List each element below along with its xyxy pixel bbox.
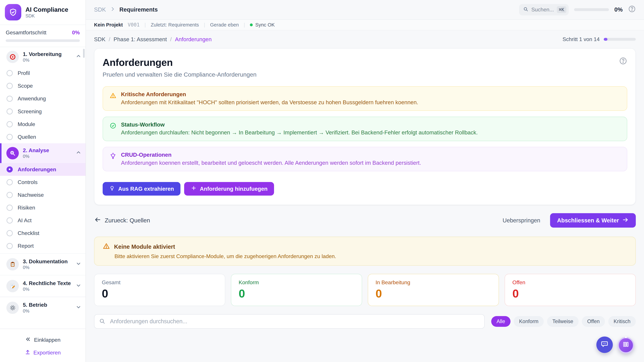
version-badge: V001	[128, 22, 140, 28]
step-circle-icon	[6, 243, 13, 249]
requirements-search-input[interactable]	[94, 314, 485, 329]
filter-pill-konform[interactable]: Konform	[514, 316, 544, 327]
stat-card-offen: Offen 0	[505, 274, 636, 306]
status-workflow-note: Status-Workflow Anforderungen durchlaufe…	[103, 117, 627, 141]
shield-check-icon	[5, 4, 21, 20]
app-title: AI Compliance	[26, 6, 68, 13]
main-area: SDK Requirements Suchen... ⌘K 0%	[86, 0, 644, 362]
last-saved-time: Gerade eben	[210, 22, 239, 28]
app-subtitle: SDK	[26, 13, 68, 18]
chevron-right-icon	[110, 6, 116, 13]
section-progress: 0%	[23, 265, 72, 270]
overall-progress-bar	[6, 39, 80, 42]
magnifier-icon	[6, 147, 18, 159]
section-progress: 0%	[23, 287, 72, 292]
top-bar: SDK Requirements Suchen... ⌘K 0%	[86, 0, 644, 20]
section-label: 4. Rechtliche Texte	[23, 280, 72, 286]
filter-pill-alle[interactable]: Alle	[491, 316, 510, 327]
no-modules-warning: Keine Module aktiviert Bitte aktivieren …	[94, 237, 636, 266]
sidebar-item-risiken[interactable]: Risiken	[0, 201, 86, 214]
filter-pill-teilweise[interactable]: Teilweise	[547, 316, 578, 327]
search-placeholder: Suchen...	[531, 6, 554, 13]
sidebar-item-profil[interactable]: Profil	[0, 67, 86, 79]
filter-pill-kritisch[interactable]: Kritisch	[608, 316, 636, 327]
warning-body: Bitte aktivieren Sie zuerst Compliance-M…	[114, 253, 627, 259]
columns-icon	[622, 341, 630, 350]
search-icon	[99, 318, 106, 326]
step-circle-icon	[6, 205, 13, 211]
app-brand: AI Compliance SDK	[0, 0, 86, 25]
step-circle-icon	[6, 230, 13, 236]
sidebar-item-screening[interactable]: Screening	[0, 105, 86, 118]
finish-and-next-button[interactable]: Abschliessen & Weiter	[550, 213, 636, 228]
stat-card-in-bearbeitung: In Bearbeitung 0	[368, 274, 499, 306]
sidebar-item-ai-act[interactable]: AI Act	[0, 214, 86, 227]
sidebar-section-betrieb[interactable]: 5. Betrieb 0%	[0, 298, 86, 318]
sidebar-item-nachweise[interactable]: Nachweise	[0, 189, 86, 201]
clipboard-icon	[6, 258, 18, 270]
sync-ok-dot-icon	[250, 23, 253, 26]
collapse-sidebar-button[interactable]: Einklappen	[0, 334, 86, 346]
sidebar-item-scope[interactable]: Scope	[0, 80, 86, 92]
memo-pencil-icon	[6, 280, 18, 292]
project-name: Kein Projekt	[94, 22, 123, 28]
arrow-left-icon	[94, 216, 101, 225]
step-circle-icon	[6, 134, 13, 140]
sidebar-section-rechtliche-texte[interactable]: 4. Rechtliche Texte 0%	[0, 276, 86, 296]
section-progress: 0%	[23, 58, 72, 63]
extract-from-rag-button[interactable]: Aus RAG extrahieren	[103, 182, 180, 196]
chevron-up-icon	[76, 53, 81, 61]
step-circle-icon	[6, 108, 13, 115]
page-subtitle: Pruefen und verwalten Sie die Compliance…	[103, 71, 627, 78]
phase-crumb-sdk[interactable]: SDK	[94, 36, 106, 42]
sidebar-item-controls[interactable]: Controls	[0, 176, 86, 189]
lightbulb-icon	[110, 152, 116, 161]
breadcrumb-current: Requirements	[120, 6, 158, 13]
divider	[0, 253, 86, 254]
kanban-fab-button[interactable]	[618, 337, 634, 354]
sidebar-item-anwendung[interactable]: Anwendung	[0, 92, 86, 105]
phase-crumb-phase1[interactable]: Phase 1: Assessment	[114, 36, 167, 42]
double-chevron-left-icon	[25, 336, 31, 344]
section-label: 1. Vorbereitung	[23, 51, 72, 57]
step-indicator: Schritt 1 von 14	[562, 36, 636, 42]
sidebar-scrollbar[interactable]	[83, 49, 85, 58]
last-visited: Zuletzt: Requirements	[151, 22, 199, 28]
upload-icon	[25, 349, 30, 356]
overall-progress-block: Gesamtfortschritt 0%	[0, 25, 86, 47]
sidebar-item-module[interactable]: Module	[0, 118, 86, 131]
back-to-quellen-button[interactable]: Zurueck: Quellen	[94, 216, 150, 225]
card-help-icon[interactable]	[619, 57, 627, 66]
sidebar-section-vorbereitung[interactable]: 1. Vorbereitung 0%	[0, 47, 86, 67]
chevron-down-icon	[76, 282, 81, 290]
section-label: 2. Analyse	[23, 147, 72, 153]
sidebar-footer: Einklappen Exportieren	[0, 329, 86, 362]
sidebar-section-analyse[interactable]: 2. Analyse 0%	[0, 143, 86, 163]
sidebar-section-dokumentation[interactable]: 3. Dokumentation 0%	[0, 254, 86, 274]
skip-button[interactable]: Ueberspringen	[502, 217, 540, 224]
sidebar-item-quellen[interactable]: Quellen	[0, 131, 86, 143]
section-progress: 0%	[23, 154, 72, 159]
section-progress: 0%	[23, 309, 72, 314]
breadcrumb-sdk[interactable]: SDK	[94, 6, 106, 13]
filter-pill-offen[interactable]: Offen	[582, 316, 605, 327]
sync-status: Sync OK	[250, 22, 275, 28]
sidebar-item-checklist[interactable]: Checklist	[0, 227, 86, 240]
stats-row: Gesamt 0 Konform 0 In Bearbeitung 0 Offe…	[94, 274, 636, 306]
section-label: 3. Dokumentation	[23, 258, 72, 265]
app-root: AI Compliance SDK Gesamtfortschritt 0% 1…	[0, 0, 644, 362]
global-search-button[interactable]: Suchen... ⌘K	[519, 4, 569, 15]
stat-card-konform: Konform 0	[231, 274, 362, 306]
sidebar: AI Compliance SDK Gesamtfortschritt 0% 1…	[0, 0, 86, 362]
chevron-up-icon	[76, 149, 81, 157]
filter-pills: Alle Konform Teilweise Offen Kritisch	[491, 316, 636, 327]
sidebar-item-anforderungen[interactable]: Anforderungen	[0, 163, 86, 176]
help-icon[interactable]	[628, 5, 636, 14]
sidebar-item-report[interactable]: Report	[0, 240, 86, 252]
add-requirement-button[interactable]: Anforderung hinzufuegen	[184, 182, 274, 196]
chat-fab-button[interactable]	[596, 337, 613, 353]
export-button[interactable]: Exportieren	[0, 346, 86, 356]
step-circle-icon	[6, 217, 13, 224]
target-icon	[6, 51, 18, 63]
divider	[0, 297, 86, 297]
